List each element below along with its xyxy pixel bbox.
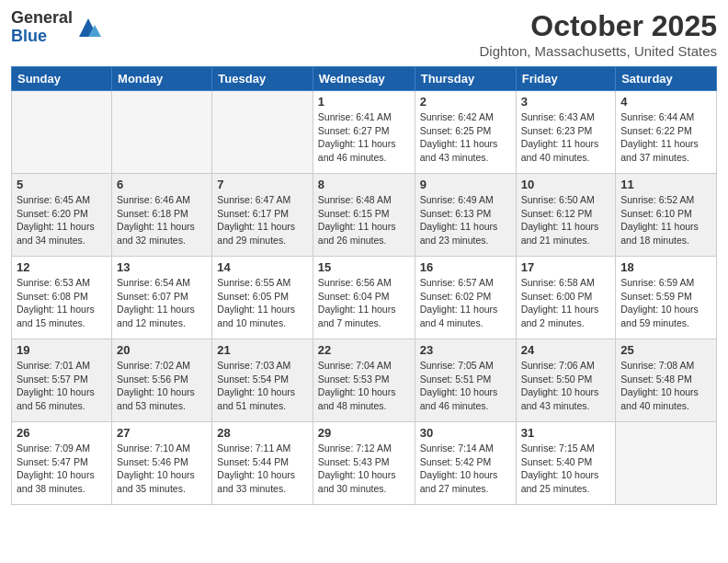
logo: General Blue (11, 9, 102, 46)
logo-icon (74, 14, 102, 41)
day-number: 23 (420, 343, 511, 357)
day-number: 17 (521, 260, 611, 274)
day-number: 9 (420, 178, 511, 191)
calendar-cell: 10Sunrise: 6:50 AM Sunset: 6:12 PM Dayli… (516, 174, 616, 257)
calendar-cell: 3Sunrise: 6:43 AM Sunset: 6:23 PM Daylig… (516, 91, 616, 174)
day-info: Sunrise: 7:04 AM Sunset: 5:53 PM Dayligh… (318, 359, 410, 413)
calendar-week-3: 12Sunrise: 6:53 AM Sunset: 6:08 PM Dayli… (12, 257, 717, 339)
day-number: 11 (620, 178, 711, 191)
col-tuesday: Tuesday (212, 67, 313, 91)
day-number: 30 (420, 426, 511, 440)
calendar-cell: 2Sunrise: 6:42 AM Sunset: 6:25 PM Daylig… (415, 91, 516, 174)
col-wednesday: Wednesday (313, 67, 415, 91)
day-number: 31 (521, 426, 611, 440)
day-info: Sunrise: 6:55 AM Sunset: 6:05 PM Dayligh… (217, 276, 307, 330)
calendar-cell: 29Sunrise: 7:12 AM Sunset: 5:43 PM Dayli… (313, 422, 415, 505)
day-number: 14 (217, 260, 307, 274)
day-number: 26 (17, 426, 107, 440)
calendar-cell: 9Sunrise: 6:49 AM Sunset: 6:13 PM Daylig… (415, 174, 516, 257)
calendar-cell: 5Sunrise: 6:45 AM Sunset: 6:20 PM Daylig… (12, 174, 112, 257)
day-number: 29 (318, 426, 410, 440)
calendar-cell: 14Sunrise: 6:55 AM Sunset: 6:05 PM Dayli… (212, 257, 313, 339)
calendar-cell: 24Sunrise: 7:06 AM Sunset: 5:50 PM Dayli… (516, 339, 616, 422)
day-info: Sunrise: 6:49 AM Sunset: 6:13 PM Dayligh… (420, 193, 511, 247)
calendar-cell: 28Sunrise: 7:11 AM Sunset: 5:44 PM Dayli… (212, 422, 313, 505)
calendar-cell (12, 91, 112, 174)
calendar-cell: 7Sunrise: 6:47 AM Sunset: 6:17 PM Daylig… (212, 174, 313, 257)
calendar-cell (616, 422, 717, 505)
day-number: 16 (420, 260, 511, 274)
calendar-table: Sunday Monday Tuesday Wednesday Thursday… (11, 66, 717, 505)
day-info: Sunrise: 7:15 AM Sunset: 5:40 PM Dayligh… (521, 442, 611, 496)
col-thursday: Thursday (415, 67, 516, 91)
day-info: Sunrise: 6:47 AM Sunset: 6:17 PM Dayligh… (217, 193, 307, 247)
day-info: Sunrise: 7:05 AM Sunset: 5:51 PM Dayligh… (420, 359, 511, 413)
location-title: Dighton, Massachusetts, United States (480, 43, 717, 59)
day-info: Sunrise: 6:50 AM Sunset: 6:12 PM Dayligh… (521, 193, 611, 247)
day-info: Sunrise: 6:56 AM Sunset: 6:04 PM Dayligh… (318, 276, 410, 330)
calendar-cell: 31Sunrise: 7:15 AM Sunset: 5:40 PM Dayli… (516, 422, 616, 505)
calendar-week-2: 5Sunrise: 6:45 AM Sunset: 6:20 PM Daylig… (12, 174, 717, 257)
day-info: Sunrise: 6:46 AM Sunset: 6:18 PM Dayligh… (117, 193, 207, 247)
day-info: Sunrise: 7:14 AM Sunset: 5:42 PM Dayligh… (420, 442, 511, 496)
day-info: Sunrise: 6:52 AM Sunset: 6:10 PM Dayligh… (620, 193, 711, 247)
day-number: 12 (17, 260, 107, 274)
calendar-week-1: 1Sunrise: 6:41 AM Sunset: 6:27 PM Daylig… (12, 91, 717, 174)
day-number: 15 (318, 260, 410, 274)
header: General Blue October 2025 Dighton, Massa… (11, 9, 717, 59)
calendar-cell: 26Sunrise: 7:09 AM Sunset: 5:47 PM Dayli… (12, 422, 112, 505)
day-number: 6 (117, 178, 207, 191)
day-number: 27 (117, 426, 207, 440)
day-info: Sunrise: 6:43 AM Sunset: 6:23 PM Dayligh… (521, 110, 611, 165)
logo-general: General (11, 9, 73, 28)
calendar-cell: 23Sunrise: 7:05 AM Sunset: 5:51 PM Dayli… (415, 339, 516, 422)
day-number: 28 (217, 426, 307, 440)
calendar-cell: 1Sunrise: 6:41 AM Sunset: 6:27 PM Daylig… (313, 91, 415, 174)
day-number: 13 (117, 260, 207, 274)
day-info: Sunrise: 6:58 AM Sunset: 6:00 PM Dayligh… (521, 276, 611, 330)
day-info: Sunrise: 6:53 AM Sunset: 6:08 PM Dayligh… (17, 276, 107, 330)
title-block: October 2025 Dighton, Massachusetts, Uni… (480, 9, 717, 59)
calendar-cell: 8Sunrise: 6:48 AM Sunset: 6:15 PM Daylig… (313, 174, 415, 257)
day-info: Sunrise: 6:59 AM Sunset: 5:59 PM Dayligh… (620, 276, 711, 330)
col-sunday: Sunday (12, 67, 112, 91)
day-info: Sunrise: 6:44 AM Sunset: 6:22 PM Dayligh… (620, 110, 711, 165)
day-info: Sunrise: 6:54 AM Sunset: 6:07 PM Dayligh… (117, 276, 207, 330)
calendar-cell: 15Sunrise: 6:56 AM Sunset: 6:04 PM Dayli… (313, 257, 415, 339)
calendar-cell (212, 91, 313, 174)
day-info: Sunrise: 7:10 AM Sunset: 5:46 PM Dayligh… (117, 442, 207, 496)
calendar-cell: 11Sunrise: 6:52 AM Sunset: 6:10 PM Dayli… (616, 174, 717, 257)
day-number: 18 (620, 260, 711, 274)
day-number: 19 (17, 343, 107, 357)
col-saturday: Saturday (616, 67, 717, 91)
calendar-cell: 13Sunrise: 6:54 AM Sunset: 6:07 PM Dayli… (112, 257, 212, 339)
day-number: 22 (318, 343, 410, 357)
day-number: 24 (521, 343, 611, 357)
day-number: 4 (620, 95, 711, 109)
day-number: 8 (318, 178, 410, 191)
calendar-cell: 6Sunrise: 6:46 AM Sunset: 6:18 PM Daylig… (112, 174, 212, 257)
calendar-cell: 22Sunrise: 7:04 AM Sunset: 5:53 PM Dayli… (313, 339, 415, 422)
calendar-cell: 25Sunrise: 7:08 AM Sunset: 5:48 PM Dayli… (616, 339, 717, 422)
day-info: Sunrise: 7:09 AM Sunset: 5:47 PM Dayligh… (17, 442, 107, 496)
day-info: Sunrise: 7:03 AM Sunset: 5:54 PM Dayligh… (217, 359, 307, 413)
calendar-cell: 12Sunrise: 6:53 AM Sunset: 6:08 PM Dayli… (12, 257, 112, 339)
day-info: Sunrise: 6:45 AM Sunset: 6:20 PM Dayligh… (17, 193, 107, 247)
day-number: 25 (620, 343, 711, 357)
day-info: Sunrise: 7:06 AM Sunset: 5:50 PM Dayligh… (521, 359, 611, 413)
day-number: 21 (217, 343, 307, 357)
day-number: 20 (117, 343, 207, 357)
day-info: Sunrise: 7:02 AM Sunset: 5:56 PM Dayligh… (117, 359, 207, 413)
day-info: Sunrise: 6:48 AM Sunset: 6:15 PM Dayligh… (318, 193, 410, 247)
logo-text: General Blue (11, 9, 73, 46)
day-info: Sunrise: 7:11 AM Sunset: 5:44 PM Dayligh… (217, 442, 307, 496)
logo-blue: Blue (11, 28, 73, 46)
calendar-cell: 30Sunrise: 7:14 AM Sunset: 5:42 PM Dayli… (415, 422, 516, 505)
col-monday: Monday (112, 67, 212, 91)
day-info: Sunrise: 6:42 AM Sunset: 6:25 PM Dayligh… (420, 110, 511, 165)
col-friday: Friday (516, 67, 616, 91)
calendar-cell: 16Sunrise: 6:57 AM Sunset: 6:02 PM Dayli… (415, 257, 516, 339)
day-number: 1 (318, 95, 410, 109)
day-number: 3 (521, 95, 611, 109)
calendar-cell: 21Sunrise: 7:03 AM Sunset: 5:54 PM Dayli… (212, 339, 313, 422)
